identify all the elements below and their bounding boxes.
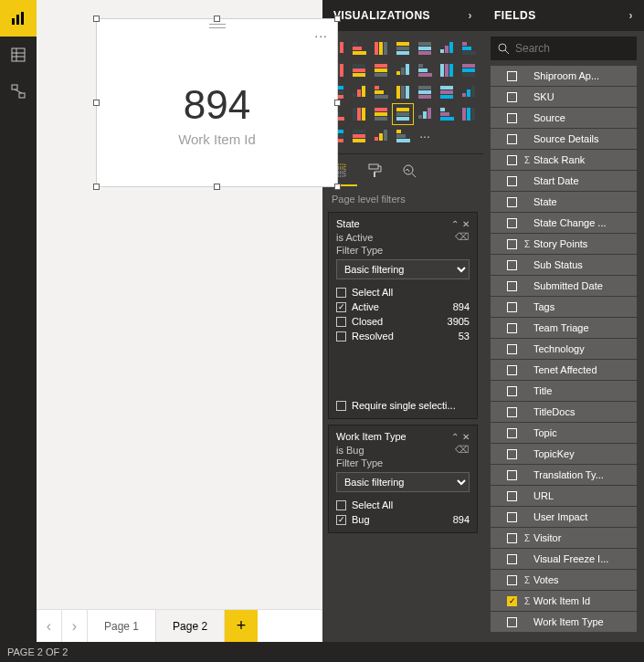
viz-type-arcgis[interactable] <box>459 104 479 124</box>
viz-type-r[interactable] <box>437 104 457 124</box>
field-checkbox[interactable] <box>507 491 517 501</box>
field-checkbox[interactable] <box>507 365 517 375</box>
field-checkbox[interactable] <box>507 554 517 564</box>
viz-type-clustered-col[interactable] <box>393 38 413 58</box>
report-canvas[interactable]: ··· 894 Work Item Id <box>37 0 322 609</box>
remove-filter-button[interactable]: ✕ <box>462 219 470 229</box>
field-checkbox[interactable] <box>507 281 517 291</box>
viz-type-more[interactable]: ··· <box>415 126 435 146</box>
field-checkbox[interactable] <box>507 92 517 102</box>
viz-type-stacked-col[interactable] <box>349 38 369 58</box>
collapse-filter-button[interactable]: ⌃ <box>451 432 459 442</box>
resize-handle[interactable] <box>334 16 341 22</box>
card-visual[interactable]: ··· 894 Work Item Id <box>96 18 338 187</box>
field-checkbox[interactable] <box>507 449 517 459</box>
viz-type-clustered-bar[interactable] <box>371 38 391 58</box>
model-view-button[interactable] <box>0 73 37 110</box>
clear-filter-button[interactable]: ⌫ <box>455 231 470 243</box>
viz-type-card[interactable] <box>349 126 369 146</box>
visual-options-menu[interactable]: ··· <box>314 28 328 43</box>
filter-option-checkbox[interactable]: Closed <box>336 316 383 327</box>
field-row[interactable]: Translation Ty... <box>491 465 637 485</box>
field-row[interactable]: Submitted Date <box>491 276 637 296</box>
viz-type-map[interactable] <box>393 82 413 102</box>
field-row[interactable]: State <box>491 192 637 212</box>
page-prev-button[interactable]: ‹ <box>37 610 62 642</box>
select-all-checkbox[interactable]: Select All <box>336 287 393 298</box>
field-row[interactable]: SKU <box>491 87 637 107</box>
field-row[interactable]: Source Details <box>491 129 637 149</box>
field-row[interactable]: Visual Freeze I... <box>491 549 637 569</box>
resize-handle[interactable] <box>334 100 341 106</box>
visualizations-header[interactable]: VISUALIZATIONS › <box>322 0 483 31</box>
field-checkbox[interactable] <box>507 344 517 354</box>
viz-type-kpi2[interactable] <box>393 126 413 146</box>
viz-type-line-col2[interactable] <box>393 60 413 80</box>
field-checkbox[interactable] <box>507 113 517 123</box>
filter-option-checkbox[interactable]: Active <box>336 301 379 312</box>
viz-type-filled-map[interactable] <box>415 82 435 102</box>
viz-type-multi-card[interactable] <box>371 126 391 146</box>
page-tab[interactable]: Page 1 <box>88 610 156 642</box>
resize-handle[interactable] <box>93 184 100 190</box>
select-all-checkbox[interactable]: Select All <box>336 499 393 510</box>
field-row[interactable]: ΣVisitor <box>491 528 637 548</box>
field-checkbox[interactable] <box>507 218 517 228</box>
field-checkbox[interactable] <box>507 176 517 186</box>
field-checkbox[interactable] <box>507 134 517 144</box>
viz-type-ribbon[interactable] <box>415 60 435 80</box>
field-row[interactable]: ΣWork Item Id <box>491 591 637 611</box>
field-checkbox[interactable] <box>507 617 517 627</box>
report-view-button[interactable] <box>0 0 37 37</box>
viz-type-treemap[interactable] <box>371 82 391 102</box>
fields-search-input[interactable] <box>515 42 644 55</box>
filter-type-select[interactable]: Basic filtering <box>336 259 470 279</box>
viz-type-line-col[interactable] <box>371 60 391 80</box>
filter-option-checkbox[interactable]: Bug <box>336 514 370 525</box>
data-view-button[interactable] <box>0 37 37 73</box>
field-row[interactable]: ΣVotes <box>491 570 637 590</box>
field-row[interactable]: Team Triage <box>491 318 637 338</box>
field-checkbox[interactable] <box>507 71 517 81</box>
viz-type-table[interactable] <box>393 104 413 124</box>
field-checkbox[interactable] <box>507 155 517 165</box>
viz-type-slicer[interactable] <box>371 104 391 124</box>
field-checkbox[interactable] <box>507 239 517 249</box>
page-next-button[interactable]: › <box>62 610 88 642</box>
collapse-filter-button[interactable]: ⌃ <box>451 219 459 229</box>
field-row[interactable]: Shiproom Ap... <box>491 66 637 86</box>
viz-type-waterfall[interactable] <box>437 60 457 80</box>
field-row[interactable]: Tags <box>491 297 637 317</box>
field-checkbox[interactable] <box>507 260 517 270</box>
field-checkbox[interactable] <box>507 386 517 396</box>
field-row[interactable]: User Impact <box>491 507 637 527</box>
filter-option-checkbox[interactable]: Resolved <box>336 331 394 342</box>
resize-handle[interactable] <box>93 16 100 22</box>
analytics-tab[interactable] <box>392 154 427 186</box>
format-tab[interactable] <box>357 154 392 186</box>
field-row[interactable]: Sub Status <box>491 255 637 275</box>
viz-type-line[interactable] <box>459 38 479 58</box>
filter-type-select[interactable]: Basic filtering <box>336 472 470 492</box>
require-single-selection[interactable]: Require single selecti... <box>336 398 470 413</box>
field-row[interactable]: Work Item Type <box>491 612 637 632</box>
field-checkbox[interactable] <box>507 323 517 333</box>
field-checkbox[interactable] <box>507 428 517 438</box>
field-row[interactable]: URL <box>491 486 637 506</box>
fields-search[interactable] <box>491 37 637 60</box>
resize-handle[interactable] <box>214 184 220 190</box>
field-checkbox[interactable] <box>507 197 517 207</box>
viz-type-100-col[interactable] <box>437 38 457 58</box>
clear-filter-button[interactable]: ⌫ <box>455 444 470 456</box>
field-checkbox[interactable] <box>507 533 517 543</box>
field-row[interactable]: TitleDocs <box>491 402 637 422</box>
field-checkbox[interactable] <box>507 575 517 585</box>
viz-type-100-bar[interactable] <box>415 38 435 58</box>
resize-handle[interactable] <box>334 184 341 190</box>
page-tab[interactable]: Page 2 <box>156 610 225 642</box>
viz-type-stacked-area[interactable] <box>349 60 369 80</box>
viz-type-scatter[interactable] <box>459 60 479 80</box>
field-row[interactable]: Start Date <box>491 171 637 191</box>
field-checkbox[interactable] <box>507 407 517 417</box>
field-row[interactable]: TopicKey <box>491 444 637 464</box>
